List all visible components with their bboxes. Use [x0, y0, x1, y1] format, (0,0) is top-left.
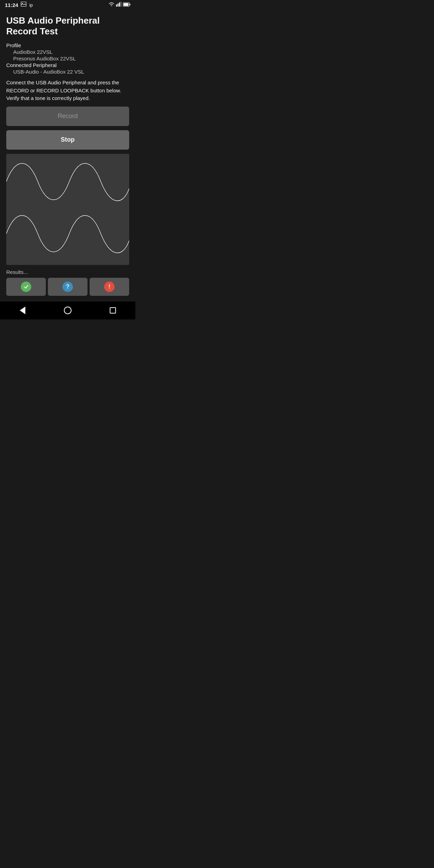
instruction-text: Connect the USB Audio Peripheral and pre…	[6, 79, 129, 102]
signal-icon	[116, 2, 122, 8]
record-button-label: Record	[58, 112, 78, 120]
wifi-icon	[108, 2, 115, 8]
record-button[interactable]: Record	[6, 107, 129, 126]
image-icon	[21, 2, 26, 8]
svg-rect-2	[116, 5, 117, 7]
stop-button-label: Stop	[61, 136, 75, 143]
status-bar: 11:24 ip	[0, 0, 135, 10]
check-icon	[21, 282, 31, 292]
status-right-icons	[108, 2, 131, 8]
nav-home-button[interactable]	[59, 302, 76, 319]
main-content: USB Audio Peripheral Record Test Profile…	[0, 10, 135, 301]
home-icon	[64, 307, 72, 314]
connected-peripheral-value: USB-Audio - AudioBox 22 VSL	[6, 69, 129, 75]
question-icon: ?	[62, 282, 73, 292]
result-exclaim-button[interactable]: !	[90, 278, 129, 296]
svg-rect-8	[130, 4, 131, 6]
nav-recent-button[interactable]	[105, 302, 121, 319]
svg-rect-3	[118, 3, 119, 7]
result-question-button[interactable]: ?	[48, 278, 87, 296]
back-icon	[20, 307, 25, 314]
exclamation-icon: !	[104, 282, 115, 292]
nav-bar	[0, 301, 135, 319]
svg-rect-5	[121, 2, 122, 7]
recent-icon	[110, 307, 116, 314]
nav-back-button[interactable]	[14, 302, 31, 319]
battery-icon	[123, 2, 131, 8]
results-buttons: ? !	[6, 278, 129, 296]
svg-rect-7	[124, 3, 128, 6]
waveform-display	[6, 154, 129, 265]
status-time: 11:24	[5, 2, 18, 8]
profile-label: Profile	[6, 42, 129, 48]
connected-peripheral-label: Connected Peripheral	[6, 62, 129, 68]
results-label: Results...	[6, 269, 129, 275]
page-title: USB Audio Peripheral Record Test	[6, 15, 129, 37]
result-check-button[interactable]	[6, 278, 46, 296]
svg-rect-4	[119, 2, 120, 7]
results-section: Results... ? !	[6, 269, 129, 296]
stop-button[interactable]: Stop	[6, 130, 129, 150]
profile-section: Profile AudioBox 22VSL Presonus AudioBox…	[6, 42, 129, 75]
status-left: 11:24 ip	[5, 2, 33, 8]
ip-label: ip	[29, 2, 33, 8]
profile-line1: AudioBox 22VSL	[6, 49, 129, 55]
profile-line2: Presonus AudioBox 22VSL	[6, 56, 129, 61]
